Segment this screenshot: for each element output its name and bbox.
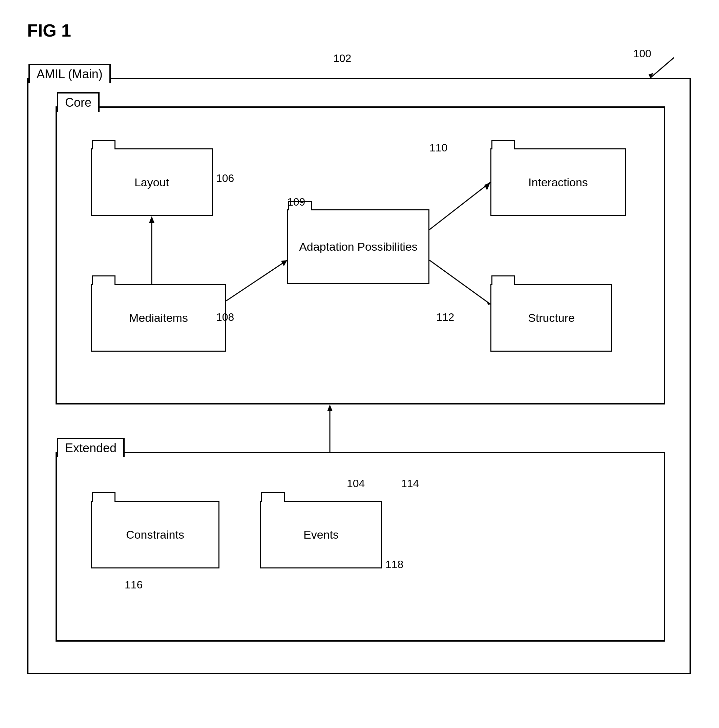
svg-line-4 <box>226 260 287 301</box>
core-label-tab: Core <box>57 92 99 112</box>
interactions-label: Interactions <box>492 176 625 189</box>
core-box: Core Layout Mediaitems Adaptation Possib… <box>55 106 665 404</box>
events-box: Events <box>260 501 382 569</box>
ref-114: 114 <box>401 477 419 490</box>
ref-100: 100 <box>634 47 651 60</box>
adaptation-box: Adaptation Possibilities <box>287 210 429 284</box>
mediaitems-label: Mediaitems <box>92 311 225 324</box>
structure-label: Structure <box>492 311 611 324</box>
core-label: Core <box>65 96 92 109</box>
svg-marker-3 <box>149 216 154 223</box>
extended-label: Extended <box>65 441 116 455</box>
layout-box: Layout <box>91 148 213 216</box>
constraints-tab <box>92 492 116 502</box>
svg-marker-7 <box>484 182 490 190</box>
constraints-label: Constraints <box>92 528 218 541</box>
ref-116: 116 <box>125 579 143 591</box>
events-label: Events <box>261 528 381 541</box>
constraints-box: Constraints <box>91 501 220 569</box>
amil-label: AMIL (Main) <box>37 67 102 81</box>
extended-label-tab: Extended <box>57 438 125 457</box>
mediaitems-box: Mediaitems <box>91 284 226 352</box>
layout-tab <box>92 140 116 149</box>
layout-label: Layout <box>92 176 212 189</box>
interactions-box: Interactions <box>490 148 626 216</box>
events-tab <box>261 492 285 502</box>
ref-110: 110 <box>429 142 447 154</box>
ref-102: 102 <box>333 52 351 65</box>
ref-106: 106 <box>216 172 234 185</box>
svg-marker-5 <box>281 260 287 266</box>
ref-108: 108 <box>216 311 234 324</box>
svg-line-8 <box>429 260 490 304</box>
amil-main-box: AMIL (Main) 102 Core Layout Mediaitems A… <box>27 78 691 674</box>
svg-line-6 <box>429 182 490 230</box>
svg-marker-11 <box>327 404 333 411</box>
figure-label: FIG 1 <box>27 20 71 41</box>
interactions-tab <box>492 140 515 149</box>
mediaitems-tab <box>92 275 116 285</box>
ref-112: 112 <box>436 311 454 324</box>
svg-marker-9 <box>485 300 490 305</box>
ref-109: 109 <box>287 196 305 208</box>
adaptation-label: Adaptation Possibilities <box>288 240 428 253</box>
svg-line-0 <box>650 58 674 78</box>
amil-label-tab: AMIL (Main) <box>29 64 111 83</box>
svg-marker-1 <box>649 73 653 78</box>
structure-tab <box>492 275 515 285</box>
ref-118: 118 <box>385 558 403 571</box>
structure-box: Structure <box>490 284 612 352</box>
ref-104: 104 <box>347 477 365 490</box>
